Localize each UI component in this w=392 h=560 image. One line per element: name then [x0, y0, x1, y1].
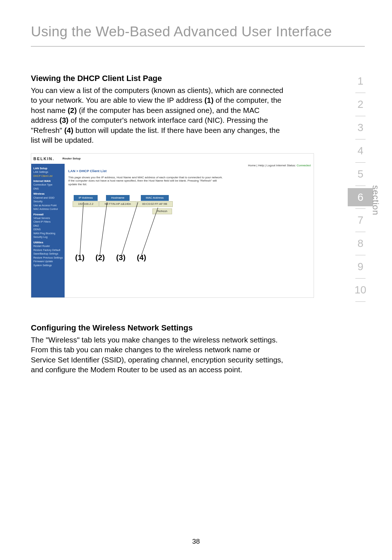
section2-paragraph: The "Wireless" tab lets you make changes…: [31, 335, 287, 375]
page-title: Using the Web-Based Advanced User Interf…: [0, 0, 392, 43]
sidebar-item[interactable]: Virtual Servers: [33, 216, 63, 220]
sidebar-item[interactable]: Security Log: [33, 235, 63, 239]
ss-table: IP Address 192.168.2.2 Hostname NETTIN-H…: [73, 195, 310, 207]
sidebar-item[interactable]: Firewall: [33, 212, 63, 216]
sidebar-item[interactable]: System Settings: [33, 264, 63, 268]
section-nav-item-9[interactable]: 9: [348, 255, 373, 278]
section-nav-item-2[interactable]: 2: [348, 93, 373, 116]
sidebar-item[interactable]: Use as Access Point: [33, 204, 63, 208]
section1-heading: Viewing the DHCP Client List Page: [31, 74, 287, 83]
main-content: Viewing the DHCP Client List Page You ca…: [0, 46, 287, 375]
sidebar-item[interactable]: MAC Address Control: [33, 207, 63, 211]
section-nav-divider: [355, 301, 366, 302]
section-label: section: [371, 185, 381, 215]
screenshot-wrap: BELKIN. Router Setup Home | Help | Logou…: [31, 153, 314, 298]
belkin-logo: BELKIN.: [33, 157, 54, 161]
sidebar-item[interactable]: Restore Factory Default: [33, 248, 63, 252]
section-nav-item-8[interactable]: 8: [348, 232, 373, 255]
section-nav-item-7[interactable]: 7: [348, 209, 373, 232]
sidebar-item[interactable]: LAN Setup: [33, 166, 63, 170]
section-nav-item-5[interactable]: 5: [348, 163, 373, 186]
col-host-header: Hostname: [106, 195, 129, 201]
callout-labels: (1) (2) (3) (4): [31, 253, 314, 262]
sidebar-item[interactable]: Channel and SSID: [33, 196, 63, 200]
section-nav-item-1[interactable]: 1: [348, 70, 373, 93]
col-mac-header: MAC Address: [141, 195, 169, 201]
sidebar-item[interactable]: WAN Ping Blocking: [33, 232, 63, 236]
sidebar-item[interactable]: Wireless: [33, 192, 63, 196]
sidebar-item[interactable]: LAN Settings: [33, 170, 63, 174]
ss-sidebar: LAN SetupLAN SettingsDHCP Client ListInt…: [31, 164, 65, 297]
router-screenshot: BELKIN. Router Setup Home | Help | Logou…: [31, 153, 314, 298]
section2-heading: Configuring the Wireless Network Setting…: [31, 323, 287, 333]
section-nav-item-10[interactable]: 10: [348, 279, 373, 301]
ss-breadcrumb: LAN > DHCP Client List: [68, 169, 310, 173]
section1-paragraph: You can view a list of the computers (kn…: [31, 85, 287, 145]
callout-4: (4): [137, 253, 146, 262]
col-mac-cell: 00:C0:02:FF:AF:9B: [137, 201, 173, 207]
ss-description: This page shows you the IP address, Host…: [68, 176, 224, 186]
ss-header-center: Router Setup: [62, 157, 81, 160]
callout-1: (1): [75, 253, 85, 262]
section-nav-item-3[interactable]: 3: [348, 116, 373, 139]
sidebar-item[interactable]: Restart Router: [33, 244, 63, 248]
col-ip-header: IP Address: [74, 195, 98, 201]
section-nav-divider: [355, 186, 366, 186]
callout-2: (2): [95, 253, 105, 262]
callout-3: (3): [116, 253, 126, 262]
section-nav-item-6[interactable]: 6: [348, 188, 373, 206]
sidebar-item[interactable]: Utilities: [33, 240, 63, 244]
section-nav: 12345678910: [348, 70, 373, 302]
sidebar-item[interactable]: Security: [33, 200, 63, 204]
page-number: 38: [0, 537, 392, 545]
ss-topbar: BELKIN. Router Setup: [31, 154, 314, 164]
refresh-button[interactable]: Refresh: [152, 208, 172, 214]
sidebar-item[interactable]: DNS: [33, 187, 63, 191]
sidebar-item[interactable]: DMZ: [33, 224, 63, 228]
sidebar-item[interactable]: DHCP Client List: [33, 174, 63, 178]
sidebar-item[interactable]: DDNS: [33, 228, 63, 232]
ss-main: LAN > DHCP Client List This page shows y…: [65, 164, 314, 297]
col-host-cell: NETTIN-HP-s&140n: [99, 201, 136, 207]
sidebar-item[interactable]: Client IP Filters: [33, 220, 63, 224]
sidebar-item[interactable]: Internet WAN: [33, 179, 63, 183]
sidebar-item[interactable]: Connection Type: [33, 183, 63, 187]
col-ip-cell: 192.168.2.2: [73, 201, 99, 207]
section-nav-item-4[interactable]: 4: [348, 139, 373, 162]
